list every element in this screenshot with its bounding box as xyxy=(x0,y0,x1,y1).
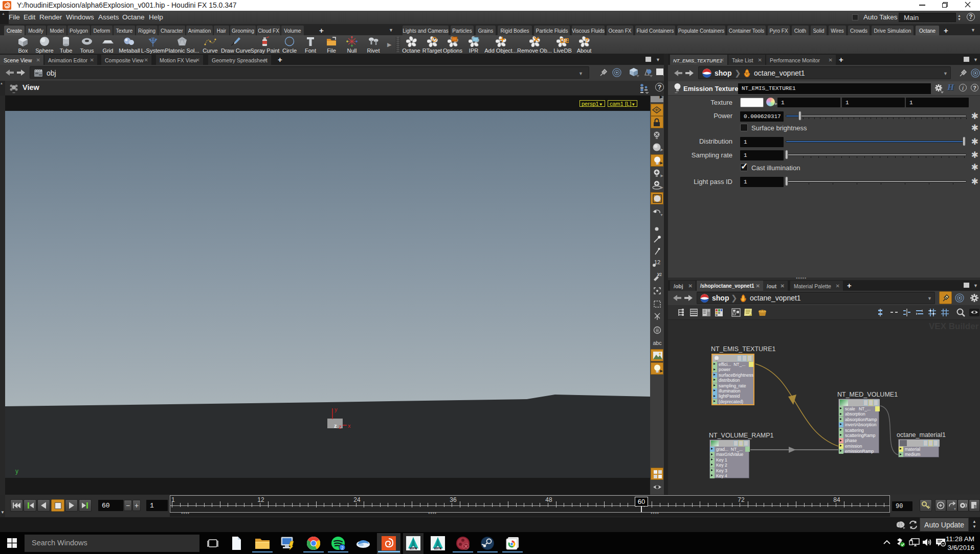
svg-text:z: z xyxy=(339,424,342,430)
svg-text:2: 2 xyxy=(341,545,344,550)
svg-text:z: z xyxy=(334,423,337,429)
svg-text:x: x xyxy=(348,423,351,429)
svg-text:?: ? xyxy=(585,36,589,44)
svg-text:y: y xyxy=(15,468,18,475)
svg-text:TRIAL: TRIAL xyxy=(410,547,416,550)
svg-text:TRIAL: TRIAL xyxy=(435,547,441,550)
svg-text:y: y xyxy=(335,406,338,412)
